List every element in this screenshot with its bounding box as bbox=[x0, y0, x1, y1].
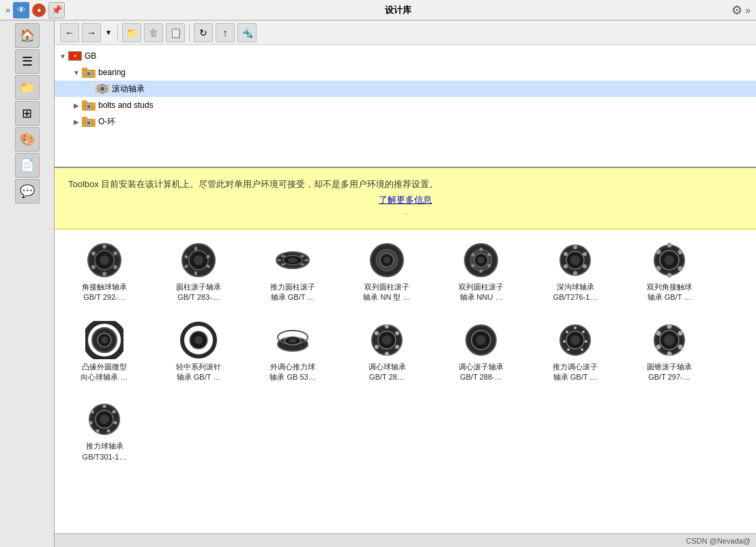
more-icon[interactable]: » bbox=[5, 5, 10, 15]
svg-point-43 bbox=[300, 255, 304, 257]
grid-item-4[interactable]: 双列圆柱滚子轴承 NN 型 … bbox=[343, 235, 431, 309]
svg-rect-1 bbox=[82, 68, 87, 70]
settings-icon[interactable]: ⚙ bbox=[731, 3, 742, 18]
grid-item-12[interactable]: 调心滚子轴承GB/T 288-… bbox=[437, 315, 525, 389]
svg-point-40 bbox=[277, 259, 281, 261]
bolts-folder-icon bbox=[82, 98, 96, 112]
grid-item-2[interactable]: 圆柱滚子轴承GB/T 283-… bbox=[154, 235, 243, 309]
status-bar: CSDN @Nevada@ bbox=[55, 533, 756, 547]
svg-point-22 bbox=[102, 244, 106, 249]
grid-label-14: 圆锥滚子轴承GB/T 297-… bbox=[647, 362, 692, 383]
grid-item-8[interactable]: 凸缘外圆微型向心球轴承 … bbox=[60, 315, 149, 389]
grid-item-7[interactable]: 双列角接触球轴承 GB/T … bbox=[625, 235, 714, 309]
bearing-icon-6 bbox=[556, 241, 594, 279]
bolt-button[interactable]: 🔩 bbox=[237, 23, 257, 42]
svg-point-96 bbox=[375, 345, 379, 349]
delete-button[interactable]: 🗑 bbox=[144, 23, 163, 42]
left-sidebar: 🏠 ☰ 📁 ⊞ 🎨 📄 💬 bbox=[0, 20, 55, 547]
svg-point-62 bbox=[570, 255, 580, 265]
grid-item-6[interactable]: 深沟球轴承GB/T276-1… bbox=[531, 235, 620, 309]
title-bar: » 👁 ● 📌 设计库 ⚙ » bbox=[0, 0, 756, 20]
bearing-icon-15 bbox=[85, 400, 123, 438]
bearing-icon-12 bbox=[462, 321, 500, 359]
sidebar-chat-btn[interactable]: 💬 bbox=[15, 179, 40, 204]
grid-label-6: 深沟球轴承GB/T276-1… bbox=[553, 282, 598, 303]
bearing-icon-2 bbox=[179, 241, 218, 279]
grid-label-10: 外调心推力球轴承 GB 53… bbox=[270, 362, 315, 383]
grid-label-9: 轻中系列滚针轴承 GB/T … bbox=[176, 362, 221, 383]
svg-point-91 bbox=[382, 335, 392, 345]
grid-label-13: 推力调心滚子轴承 GB/T … bbox=[553, 362, 598, 383]
gb-flag-icon: ★ bbox=[68, 49, 82, 63]
notice-link[interactable]: 了解更多信息 bbox=[68, 192, 742, 208]
svg-point-116 bbox=[678, 344, 683, 349]
grid-item-9[interactable]: 轻中系列滚针轴承 GB/T … bbox=[154, 315, 243, 389]
gb-arrow: ▼ bbox=[57, 53, 68, 60]
svg-point-26 bbox=[91, 265, 96, 269]
svg-point-118 bbox=[656, 344, 661, 349]
expand-icon[interactable]: » bbox=[745, 5, 751, 16]
grid-item-1[interactable]: 角接触球轴承GB/T 292-… bbox=[60, 235, 149, 309]
svg-point-58 bbox=[471, 264, 475, 267]
svg-point-124 bbox=[113, 410, 116, 414]
svg-rect-34 bbox=[194, 271, 197, 275]
svg-point-105 bbox=[582, 331, 585, 333]
svg-point-119 bbox=[656, 331, 661, 335]
svg-point-53 bbox=[478, 257, 484, 264]
bearing-icon-9 bbox=[179, 321, 218, 359]
grid-label-2: 圆柱滚子轴承GB/T 283-… bbox=[176, 282, 221, 303]
svg-point-122 bbox=[100, 415, 109, 424]
bearing-icon-7 bbox=[650, 241, 688, 279]
move-button[interactable]: 📋 bbox=[166, 23, 185, 42]
grid-item-14[interactable]: 圆锥滚子轴承GB/T 297-… bbox=[625, 315, 714, 389]
svg-point-114 bbox=[667, 324, 672, 328]
new-folder-button[interactable]: 📁 bbox=[122, 23, 141, 42]
svg-point-25 bbox=[102, 272, 106, 276]
small-icon-btn[interactable]: ● bbox=[32, 3, 46, 17]
title-bar-right: ⚙ » bbox=[731, 3, 751, 18]
sidebar-grid-btn[interactable]: ⊞ bbox=[15, 101, 40, 126]
eye-icon-btn[interactable]: 👁 bbox=[13, 2, 29, 18]
sidebar-folder-btn[interactable]: 📁 bbox=[15, 75, 40, 100]
grid-item-10[interactable]: 外调心推力球轴承 GB 53… bbox=[248, 315, 337, 389]
tree-item-oring[interactable]: ▶ O-环 bbox=[55, 113, 756, 130]
dropdown-button[interactable]: ▼ bbox=[104, 23, 113, 42]
svg-point-126 bbox=[107, 430, 111, 433]
sidebar-list-btn[interactable]: ☰ bbox=[15, 49, 40, 74]
tree-label-oring: O-环 bbox=[98, 116, 115, 128]
grid-item-5[interactable]: 双列圆柱滚子轴承 NNU … bbox=[437, 235, 525, 309]
tree-item-bearing[interactable]: ▼ bearing bbox=[55, 64, 756, 81]
back-button[interactable]: ← bbox=[60, 23, 79, 42]
svg-point-75 bbox=[667, 272, 672, 277]
sidebar-home-btn[interactable]: 🏠 bbox=[15, 23, 40, 48]
tree-item-rolling[interactable]: 滚动轴承 bbox=[55, 81, 756, 97]
tree-item-gb[interactable]: ▼ ★ GB bbox=[55, 48, 756, 64]
grid-label-11: 调心球轴承GB/T 28… bbox=[368, 362, 406, 383]
grid-item-11[interactable]: 调心球轴承GB/T 28… bbox=[343, 315, 431, 389]
svg-point-64 bbox=[583, 252, 587, 256]
svg-point-123 bbox=[103, 405, 106, 408]
bearing-icon-4 bbox=[368, 241, 406, 279]
svg-point-39 bbox=[288, 257, 297, 262]
forward-button[interactable]: → bbox=[82, 23, 101, 42]
notice-text: Toolbox 目前安装在该计算机上。尽管此对单用户环境可接受，却不是多用户环境… bbox=[68, 176, 742, 192]
grid-item-3[interactable]: 推力圆柱滚子轴承 GB/T … bbox=[248, 235, 337, 309]
svg-point-72 bbox=[667, 242, 672, 247]
svg-point-110 bbox=[566, 331, 568, 333]
svg-point-45 bbox=[304, 259, 308, 261]
grid-item-13[interactable]: 推力调心滚子轴承 GB/T … bbox=[531, 315, 620, 389]
svg-point-115 bbox=[678, 331, 683, 335]
bearing-arrow: ▼ bbox=[71, 69, 82, 76]
rolling-arrow bbox=[85, 85, 96, 93]
oring-arrow: ▶ bbox=[71, 118, 82, 126]
tree-item-bolts[interactable]: ▶ bolts and studs bbox=[55, 97, 756, 113]
sidebar-doc-btn[interactable]: 📄 bbox=[15, 153, 40, 178]
bearing-icon-1 bbox=[85, 241, 123, 279]
grid-item-15[interactable]: 推力球轴承GB/T301-1… bbox=[60, 394, 149, 468]
up-button[interactable]: ↑ bbox=[216, 23, 235, 42]
svg-point-128 bbox=[89, 421, 93, 425]
sidebar-palette-btn[interactable]: 🎨 bbox=[15, 127, 40, 152]
pin-icon-btn[interactable]: 📌 bbox=[48, 2, 65, 18]
svg-point-100 bbox=[476, 335, 486, 345]
refresh-button[interactable]: ↻ bbox=[194, 23, 213, 42]
